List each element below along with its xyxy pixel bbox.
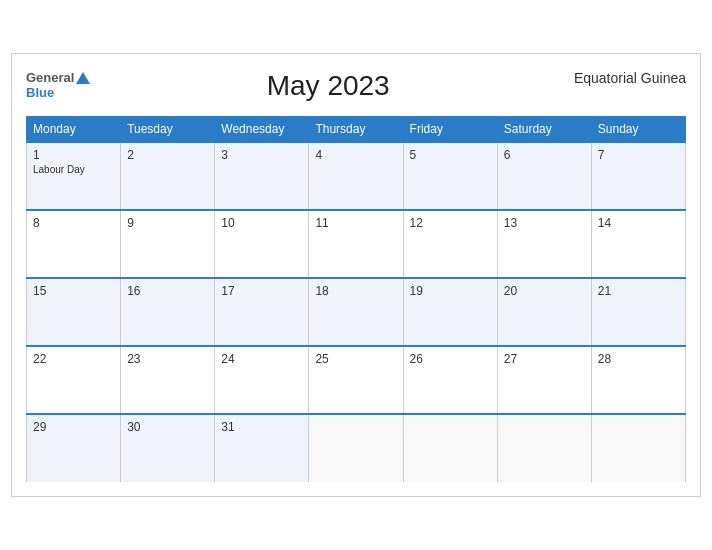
calendar-week-row: 22232425262728 [27,346,686,414]
calendar-day-cell: 8 [27,210,121,278]
calendar-day-cell: 18 [309,278,403,346]
calendar-day-cell: 4 [309,142,403,210]
calendar-day-cell: 17 [215,278,309,346]
logo: General Blue [26,70,90,100]
col-sunday: Sunday [591,117,685,143]
day-number: 10 [221,216,302,230]
day-number: 11 [315,216,396,230]
calendar-day-cell: 11 [309,210,403,278]
day-number: 18 [315,284,396,298]
calendar-day-cell: 9 [121,210,215,278]
day-number: 14 [598,216,679,230]
calendar-day-cell: 10 [215,210,309,278]
calendar-day-cell: 27 [497,346,591,414]
day-number: 5 [410,148,491,162]
day-number: 21 [598,284,679,298]
day-number: 25 [315,352,396,366]
logo-triangle-icon [76,72,90,84]
day-number: 24 [221,352,302,366]
day-number: 16 [127,284,208,298]
day-number: 27 [504,352,585,366]
day-number: 7 [598,148,679,162]
calendar-week-row: 891011121314 [27,210,686,278]
day-number: 22 [33,352,114,366]
day-number: 17 [221,284,302,298]
calendar-day-cell [497,414,591,482]
calendar-day-cell: 3 [215,142,309,210]
day-number: 3 [221,148,302,162]
calendar-day-cell: 6 [497,142,591,210]
calendar-table: Monday Tuesday Wednesday Thursday Friday… [26,116,686,482]
day-number: 28 [598,352,679,366]
day-number: 1 [33,148,114,162]
calendar-day-cell: 21 [591,278,685,346]
day-number: 8 [33,216,114,230]
calendar-day-cell: 13 [497,210,591,278]
calendar-day-cell: 28 [591,346,685,414]
calendar-body: 1Labour Day23456789101112131415161718192… [27,142,686,482]
col-saturday: Saturday [497,117,591,143]
day-number: 26 [410,352,491,366]
calendar-day-cell: 20 [497,278,591,346]
holiday-label: Labour Day [33,164,114,175]
calendar-day-cell: 7 [591,142,685,210]
calendar-day-cell: 19 [403,278,497,346]
day-number: 31 [221,420,302,434]
calendar-day-cell: 31 [215,414,309,482]
calendar-day-cell [403,414,497,482]
calendar-week-row: 1Labour Day234567 [27,142,686,210]
day-number: 12 [410,216,491,230]
col-tuesday: Tuesday [121,117,215,143]
col-friday: Friday [403,117,497,143]
calendar-week-row: 15161718192021 [27,278,686,346]
country-name: Equatorial Guinea [566,70,686,86]
calendar-day-cell: 2 [121,142,215,210]
calendar-day-cell: 14 [591,210,685,278]
day-number: 15 [33,284,114,298]
calendar-day-cell [309,414,403,482]
calendar-day-cell: 29 [27,414,121,482]
calendar-day-cell: 12 [403,210,497,278]
calendar-day-cell: 22 [27,346,121,414]
day-number: 4 [315,148,396,162]
calendar-week-row: 293031 [27,414,686,482]
calendar-day-cell: 26 [403,346,497,414]
calendar-day-cell: 5 [403,142,497,210]
day-number: 9 [127,216,208,230]
day-number: 23 [127,352,208,366]
calendar-day-cell: 24 [215,346,309,414]
calendar-day-cell: 16 [121,278,215,346]
col-thursday: Thursday [309,117,403,143]
logo-general: General [26,70,74,85]
calendar-title: May 2023 [90,70,566,102]
day-number: 30 [127,420,208,434]
day-number: 13 [504,216,585,230]
col-wednesday: Wednesday [215,117,309,143]
calendar-day-cell: 30 [121,414,215,482]
calendar-header-row: Monday Tuesday Wednesday Thursday Friday… [27,117,686,143]
day-number: 2 [127,148,208,162]
day-number: 20 [504,284,585,298]
day-number: 29 [33,420,114,434]
col-monday: Monday [27,117,121,143]
calendar-day-cell: 25 [309,346,403,414]
calendar-day-cell [591,414,685,482]
day-number: 19 [410,284,491,298]
calendar-container: General Blue May 2023 Equatorial Guinea … [11,53,701,497]
day-number: 6 [504,148,585,162]
calendar-day-cell: 23 [121,346,215,414]
calendar-header: General Blue May 2023 Equatorial Guinea [26,70,686,102]
calendar-day-cell: 1Labour Day [27,142,121,210]
logo-blue: Blue [26,85,54,100]
calendar-day-cell: 15 [27,278,121,346]
